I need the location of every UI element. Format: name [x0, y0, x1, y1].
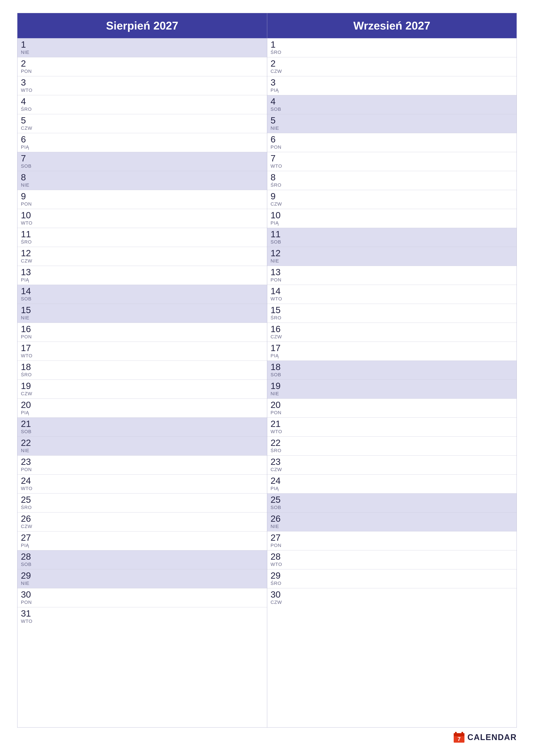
day-row: 7WTO — [267, 152, 517, 171]
day-row: 14SOB — [17, 285, 267, 304]
day-label: SOB — [21, 163, 36, 169]
day-number: 20 — [271, 400, 286, 410]
day-label: PIĄ — [21, 543, 36, 548]
day-number: 27 — [21, 533, 36, 542]
day-row: 27PON — [267, 531, 517, 551]
day-info: 11ŚRO — [21, 230, 36, 245]
month-header-0: Sierpień 2027 — [17, 13, 267, 39]
day-info: 12NIE — [271, 249, 286, 264]
day-label: ŚRO — [271, 50, 286, 55]
day-label: ŚRO — [21, 239, 36, 245]
day-row: 11ŚRO — [17, 228, 267, 247]
day-row: 17WTO — [17, 342, 267, 361]
day-number: 6 — [271, 135, 286, 144]
day-info: 15ŚRO — [271, 306, 286, 321]
day-label: NIE — [21, 182, 36, 188]
month-col-0: Sierpień 20271NIE2PON3WTO4ŚRO5CZW6PIĄ7SO… — [17, 13, 267, 727]
day-label: SOB — [271, 372, 286, 378]
day-number: 16 — [271, 325, 286, 334]
day-row: 28SOB — [17, 551, 267, 569]
day-label: ŚRO — [271, 448, 286, 453]
month-col-1: Wrzesień 20271ŚRO2CZW3PIĄ4SOB5NIE6PON7WT… — [267, 13, 517, 727]
day-info: 22ŚRO — [271, 438, 286, 453]
day-number: 25 — [21, 495, 36, 504]
day-label: WTO — [271, 429, 286, 434]
day-number: 7 — [21, 154, 36, 163]
day-label: PIĄ — [21, 410, 36, 416]
day-number: 10 — [21, 211, 36, 220]
day-number: 19 — [21, 381, 36, 391]
day-number: 8 — [271, 173, 286, 182]
day-number: 24 — [21, 476, 36, 485]
day-info: 18SOB — [271, 363, 286, 378]
day-label: ŚRO — [21, 372, 36, 378]
day-number: 27 — [271, 533, 286, 542]
day-info: 16CZW — [271, 325, 286, 339]
day-label: CZW — [21, 524, 36, 529]
day-label: NIE — [271, 391, 286, 396]
day-label: ŚRO — [271, 182, 286, 188]
day-label: PON — [21, 467, 36, 472]
day-label: PON — [21, 334, 36, 339]
day-number: 24 — [271, 476, 286, 485]
day-info: 16PON — [21, 325, 36, 339]
day-info: 18ŚRO — [21, 363, 36, 378]
day-row: 29NIE — [17, 569, 267, 588]
day-label: PON — [21, 600, 36, 605]
day-number: 31 — [21, 609, 36, 618]
day-row: 8ŚRO — [267, 171, 517, 190]
day-info: 7WTO — [271, 154, 286, 169]
day-row: 26CZW — [17, 512, 267, 531]
day-number: 15 — [271, 306, 286, 315]
day-info: 21WTO — [271, 419, 286, 434]
day-label: CZW — [21, 258, 36, 264]
day-info: 10PIĄ — [271, 211, 286, 226]
day-info: 7SOB — [21, 154, 36, 169]
day-number: 12 — [21, 249, 36, 258]
day-number: 17 — [21, 343, 36, 353]
day-label: ŚRO — [21, 505, 36, 510]
day-label: PON — [21, 68, 36, 74]
day-number: 5 — [271, 116, 286, 125]
day-info: 9CZW — [271, 192, 286, 207]
day-row: 1ŚRO — [267, 39, 517, 57]
day-info: 30CZW — [271, 590, 286, 605]
page: Sierpień 20271NIE2PON3WTO4ŚRO5CZW6PIĄ7SO… — [0, 0, 534, 756]
day-label: WTO — [21, 618, 36, 624]
day-number: 29 — [21, 571, 36, 580]
day-number: 29 — [271, 571, 286, 580]
day-row: 4ŚRO — [17, 95, 267, 114]
svg-rect-2 — [455, 732, 457, 735]
day-label: SOB — [271, 505, 286, 510]
svg-text:7: 7 — [458, 736, 461, 742]
day-info: 24PIĄ — [271, 476, 286, 491]
day-number: 19 — [271, 381, 286, 391]
day-info: 8ŚRO — [271, 173, 286, 188]
day-info: 28SOB — [21, 552, 36, 567]
day-number: 6 — [21, 135, 36, 144]
day-info: 17WTO — [21, 343, 36, 359]
day-label: WTO — [21, 353, 36, 359]
day-number: 25 — [271, 495, 286, 504]
footer: 7 CALENDAR — [17, 728, 517, 743]
day-label: SOB — [21, 296, 36, 302]
day-row: 24WTO — [17, 474, 267, 494]
day-row: 9PON — [17, 190, 267, 209]
day-info: 5NIE — [271, 116, 286, 131]
day-label: CZW — [271, 600, 286, 605]
day-row: 2PON — [17, 57, 267, 76]
day-number: 3 — [21, 78, 36, 87]
day-label: NIE — [271, 125, 286, 131]
day-label: CZW — [21, 125, 36, 131]
day-row: 25ŚRO — [17, 494, 267, 512]
svg-rect-3 — [461, 732, 463, 735]
day-number: 14 — [271, 286, 286, 296]
day-info: 10WTO — [21, 211, 36, 226]
day-number: 23 — [271, 457, 286, 466]
day-info: 6PIĄ — [21, 135, 36, 150]
day-row: 21WTO — [267, 418, 517, 437]
day-number: 18 — [271, 363, 286, 371]
day-row: 14WTO — [267, 285, 517, 304]
day-label: PON — [271, 277, 286, 283]
day-row: 10WTO — [17, 209, 267, 228]
